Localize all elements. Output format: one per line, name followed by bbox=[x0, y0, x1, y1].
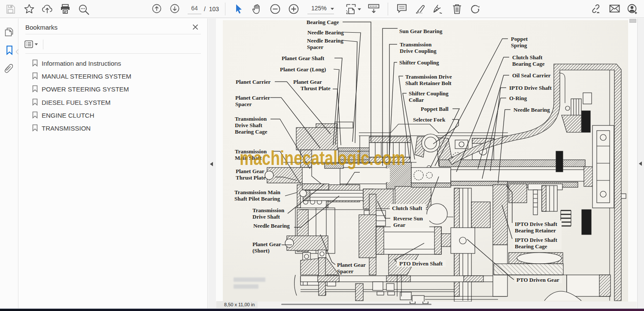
svg-text:Planet Gear: Planet Gear bbox=[252, 241, 281, 247]
svg-text:IPTO Drive Shaft: IPTO Drive Shaft bbox=[509, 85, 552, 91]
svg-text:Transmission: Transmission bbox=[235, 116, 267, 122]
svg-text:Planet Gear Shaft: Planet Gear Shaft bbox=[282, 55, 325, 61]
svg-text:Drive Shaft: Drive Shaft bbox=[235, 122, 263, 128]
svg-text:Planet Gear (Long): Planet Gear (Long) bbox=[280, 66, 326, 73]
svg-text:O-Ring: O-Ring bbox=[509, 95, 527, 101]
svg-text:Bearing Cage: Bearing Cage bbox=[307, 20, 339, 25]
svg-text:Transmission Main: Transmission Main bbox=[234, 189, 281, 195]
svg-text:Planet Carrier: Planet Carrier bbox=[236, 79, 270, 85]
svg-text:Shifter Coupling: Shifter Coupling bbox=[399, 59, 439, 66]
svg-text:IPTO Drive Shaft: IPTO Drive Shaft bbox=[515, 237, 557, 243]
svg-text:Needle Bearing: Needle Bearing bbox=[253, 223, 290, 229]
svg-text:Poppet Ball: Poppet Ball bbox=[421, 106, 449, 112]
svg-text:PTO Driven Gear: PTO Driven Gear bbox=[516, 277, 559, 283]
svg-text:Transmission: Transmission bbox=[252, 207, 285, 213]
svg-text:Bearing Cage: Bearing Cage bbox=[512, 61, 545, 67]
svg-text:(Short): (Short) bbox=[252, 247, 270, 254]
svg-text:Drive Coupling: Drive Coupling bbox=[400, 48, 437, 54]
svg-text:IPTO Drive Shaft: IPTO Drive Shaft bbox=[515, 221, 557, 227]
svg-text:Transmission Drive: Transmission Drive bbox=[405, 73, 452, 80]
svg-text:Spring: Spring bbox=[511, 42, 527, 49]
svg-text:Spacer: Spacer bbox=[337, 268, 354, 274]
svg-text:Bearing Cage: Bearing Cage bbox=[235, 128, 267, 135]
svg-text:Bearing Cage: Bearing Cage bbox=[515, 243, 547, 250]
svg-text:Shaft Retainer Bolt: Shaft Retainer Bolt bbox=[405, 80, 452, 86]
svg-text:Planet Gear: Planet Gear bbox=[337, 262, 366, 268]
svg-text:Transmission: Transmission bbox=[400, 41, 432, 48]
svg-text:Needle Bearing: Needle Bearing bbox=[513, 107, 550, 113]
svg-text:Bearing Retainer: Bearing Retainer bbox=[515, 227, 556, 234]
svg-text:PTO Driven Shaft: PTO Driven Shaft bbox=[399, 260, 443, 267]
svg-text:Spacer: Spacer bbox=[307, 44, 324, 50]
svg-text:Planet Carrier: Planet Carrier bbox=[235, 95, 270, 101]
svg-text:Shaft Pilot Bearing: Shaft Pilot Bearing bbox=[234, 195, 280, 202]
svg-text:Thrust Plate: Thrust Plate bbox=[236, 174, 266, 181]
svg-text:Spacer: Spacer bbox=[235, 101, 252, 107]
svg-text:Reverse Sun: Reverse Sun bbox=[393, 215, 423, 222]
svg-text:Sun Gear Bearing: Sun Gear Bearing bbox=[399, 28, 443, 34]
svg-text:Drive Shaft: Drive Shaft bbox=[252, 213, 280, 220]
svg-text:Clutch Shaft: Clutch Shaft bbox=[392, 205, 422, 211]
svg-text:machinecatalogic.com: machinecatalogic.com bbox=[240, 147, 405, 169]
svg-text:Clutch Shaft: Clutch Shaft bbox=[512, 54, 543, 61]
svg-text:Selector Fork: Selector Fork bbox=[413, 116, 446, 123]
svg-text:Thrust Plate: Thrust Plate bbox=[301, 85, 331, 91]
svg-text:Planet Gear: Planet Gear bbox=[293, 79, 322, 85]
svg-text:Oil Seal Carrier: Oil Seal Carrier bbox=[512, 72, 551, 79]
svg-text:Shifter Coupling: Shifter Coupling bbox=[409, 90, 449, 97]
svg-text:Needle Bearing: Needle Bearing bbox=[307, 37, 343, 44]
svg-text:Gear: Gear bbox=[393, 222, 405, 228]
svg-text:Collar: Collar bbox=[409, 97, 424, 103]
svg-text:Needle Bearing: Needle Bearing bbox=[307, 29, 344, 36]
svg-text:Poppet: Poppet bbox=[511, 36, 528, 42]
